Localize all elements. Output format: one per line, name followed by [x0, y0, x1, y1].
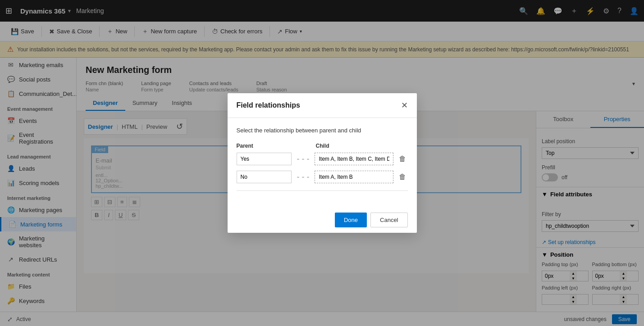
dash-connector-2: - - -	[295, 172, 311, 182]
modal-overlay: Field relationships ✕ Select the relatio…	[0, 0, 644, 326]
parent-header: Parent	[237, 143, 316, 149]
modal-dialog: Field relationships ✕ Select the relatio…	[228, 93, 417, 233]
modal-body: Select the relationship between parent a…	[228, 118, 417, 207]
modal-title: Field relationships	[237, 101, 300, 109]
modal-divider	[237, 190, 408, 191]
dash-connector-1: - - -	[295, 154, 311, 164]
parent-input-2[interactable]	[237, 171, 292, 183]
relationship-row-1: - - - 🗑	[237, 153, 408, 165]
child-header: Child	[316, 143, 395, 149]
delete-row-2-button[interactable]: 🗑	[397, 171, 408, 183]
child-input-2[interactable]	[315, 171, 393, 183]
cancel-button[interactable]: Cancel	[370, 213, 407, 227]
delete-row-1-button[interactable]: 🗑	[397, 153, 408, 165]
relationship-header-row: Parent Child	[237, 143, 408, 153]
parent-input-1[interactable]	[237, 153, 292, 165]
modal-header: Field relationships ✕	[228, 93, 417, 118]
child-input-1[interactable]	[315, 153, 393, 165]
relationship-row-2: - - - 🗑	[237, 171, 408, 183]
modal-subtitle: Select the relationship between parent a…	[237, 127, 408, 134]
modal-close-button[interactable]: ✕	[401, 100, 408, 110]
modal-footer: Done Cancel	[228, 207, 417, 233]
done-button[interactable]: Done	[335, 213, 367, 227]
